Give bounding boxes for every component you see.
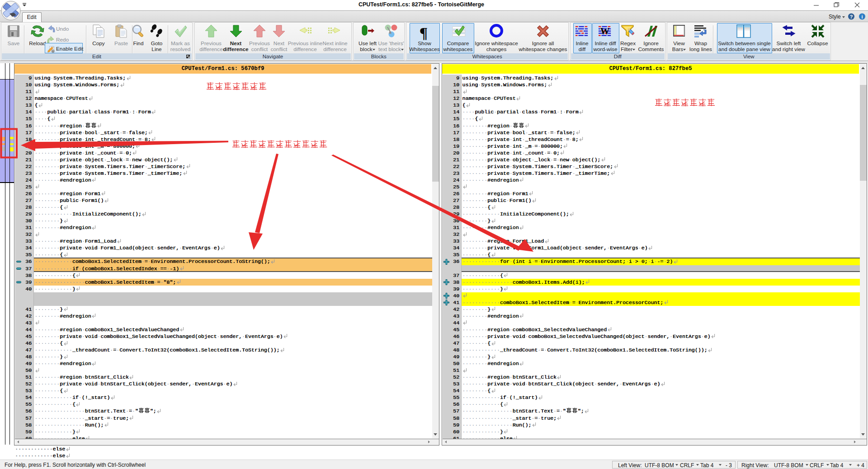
- svg-text:?: ?: [850, 14, 853, 19]
- svg-text:i: i: [861, 14, 863, 19]
- svg-text:W: W: [600, 26, 610, 36]
